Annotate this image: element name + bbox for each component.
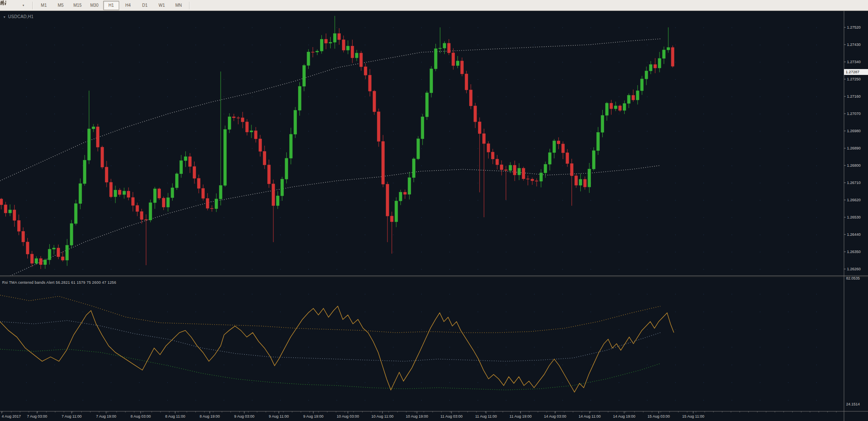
chart-area: 1.275201.274301.273401.272501.271601.270…: [0, 11, 868, 421]
candle-body: [123, 191, 126, 195]
candle-body: [369, 75, 371, 91]
timeframe-m1-button[interactable]: M1: [36, 1, 52, 10]
candle-body: [645, 71, 648, 79]
price-tick-label: 1.27430: [847, 43, 861, 47]
timeframe-m30-button[interactable]: M30: [86, 1, 102, 10]
candle-body: [325, 39, 328, 43]
candle-body: [92, 127, 95, 129]
one-click-trading-arrow-icon[interactable]: ▼: [3, 16, 6, 19]
candle-body: [399, 192, 402, 201]
price-tick-label: 1.26620: [847, 198, 861, 202]
candle-body: [623, 104, 626, 110]
price-tick-label: 1.26890: [847, 146, 861, 150]
crosshair-tool-button[interactable]: ▼: [16, 1, 30, 10]
timeframe-m15-button[interactable]: M15: [69, 1, 85, 10]
candle-body: [487, 144, 490, 152]
timeframe-h4-button[interactable]: H4: [120, 1, 136, 10]
time-tick-label: 8 Aug 11:00: [165, 414, 185, 418]
price-tick-label: 1.26260: [847, 267, 861, 271]
candle-body: [206, 198, 209, 208]
candle-body: [513, 165, 516, 175]
time-tick-label: 9 Aug 03:00: [234, 414, 254, 418]
candle-body: [224, 129, 227, 185]
candle-body: [434, 49, 437, 69]
candle-body: [408, 178, 411, 195]
candle-body: [22, 231, 25, 242]
time-tick-label: 10 Aug 11:00: [371, 414, 393, 418]
time-tick-label: 7 Aug 19:00: [96, 414, 116, 418]
time-tick-label: 11 Aug 19:00: [510, 414, 531, 418]
candle-body: [425, 93, 428, 117]
chart-canvas[interactable]: 1.275201.274301.273401.272501.271601.270…: [0, 11, 868, 421]
time-tick-label: 4 Aug 2017: [2, 414, 21, 418]
candle-body: [561, 144, 564, 153]
candle-body: [61, 257, 64, 260]
time-tick-label: 10 Aug 19:00: [406, 414, 428, 418]
candle-body: [88, 129, 91, 160]
candle-body: [193, 167, 196, 179]
candle-body: [403, 192, 406, 195]
candle-body: [539, 173, 542, 181]
timeframe-d1-button[interactable]: D1: [137, 1, 153, 10]
candle-body: [259, 139, 262, 152]
candle-body: [131, 197, 134, 205]
candle-body: [149, 203, 152, 220]
candle-body: [171, 188, 174, 198]
candle-body: [342, 40, 345, 50]
candle-body: [395, 201, 398, 222]
candle-body: [180, 161, 183, 174]
candle-body: [39, 258, 42, 265]
candle-body: [70, 224, 73, 245]
candle-body: [610, 103, 613, 109]
candle-body: [522, 168, 525, 179]
candle-body: [294, 110, 297, 134]
candle-body: [66, 245, 69, 260]
candle-body: [338, 34, 341, 40]
timeframe-m5-button[interactable]: M5: [53, 1, 69, 10]
candle-body: [469, 90, 472, 106]
candle-body: [430, 69, 433, 93]
candle-body: [189, 157, 192, 167]
candle-body: [583, 179, 586, 187]
candle-body: [110, 182, 112, 197]
candle-body: [483, 133, 486, 144]
current-price-box: 1.27287: [844, 69, 868, 75]
timeframe-mn-button[interactable]: MN: [171, 1, 187, 10]
symbol-label[interactable]: ▼USDCAD,H1: [3, 14, 34, 19]
candle-body: [412, 159, 415, 178]
time-tick-label: 9 Aug 19:00: [303, 414, 323, 418]
candle-body: [202, 188, 205, 198]
toolbar-separator: [32, 2, 33, 9]
candle-body: [211, 208, 214, 209]
price-tick-label: 1.26710: [847, 181, 861, 185]
candle-body: [136, 205, 139, 211]
candle-body: [219, 185, 222, 199]
time-tick-label: 14 Aug 11:00: [579, 414, 601, 418]
candle-body: [579, 179, 582, 185]
timeframe-h1-button[interactable]: H1: [103, 1, 119, 10]
time-tick-label: 11 Aug 03:00: [441, 414, 462, 418]
toolbar-separator: [189, 2, 190, 9]
candle-body: [351, 46, 354, 58]
candle-body: [557, 141, 560, 144]
candle-body: [228, 117, 231, 129]
candle-body: [307, 52, 310, 65]
candle-body: [0, 199, 3, 205]
candle-body: [526, 179, 529, 179]
time-tick-label: 14 Aug 03:00: [544, 414, 566, 418]
candle-body: [48, 249, 51, 260]
price-tick-label: 1.26350: [847, 250, 861, 254]
price-tick-label: 1.27340: [847, 60, 861, 64]
candle-body: [671, 48, 674, 67]
timeframe-w1-button[interactable]: W1: [154, 1, 170, 10]
candle-body: [127, 191, 130, 197]
candle-body: [8, 210, 11, 213]
candle-body: [658, 59, 661, 68]
candle-body: [280, 179, 283, 196]
candle-body: [289, 134, 292, 158]
candle-body: [465, 74, 468, 90]
time-tick-label: 9 Aug 11:00: [269, 414, 288, 418]
candle-body: [443, 43, 446, 48]
candle-body: [373, 91, 376, 112]
candle-body: [184, 157, 187, 161]
